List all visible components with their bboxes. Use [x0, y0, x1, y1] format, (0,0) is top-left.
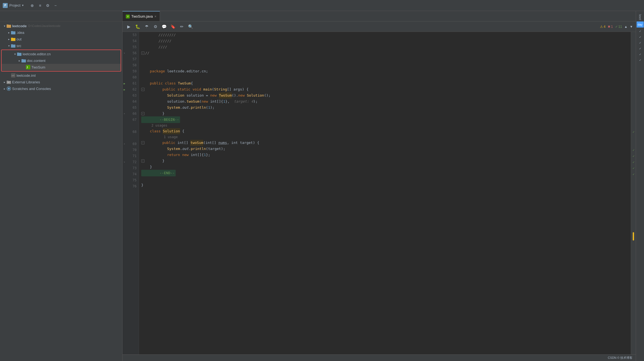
fold-indicator-62[interactable]: ▾	[141, 88, 145, 91]
code-content-61c: class	[165, 80, 178, 86]
coverage-button[interactable]: ☂	[143, 23, 150, 30]
sidebar-item-leetcode-root[interactable]: leetcode D:\Codes\Java\leetcode	[0, 23, 122, 29]
code-line-66[interactable]: ▾ }	[139, 111, 631, 117]
gutter-mark-76: ✓	[631, 171, 636, 177]
debug-button[interactable]: 🐛	[134, 23, 141, 30]
sidebar-item-twosum-file[interactable]: J TwoSum	[2, 64, 121, 70]
bookmark-button[interactable]: 🔖	[169, 23, 176, 30]
code-line-56[interactable]: ▾//	[139, 50, 631, 56]
sidebar-item-src[interactable]: src	[0, 42, 122, 49]
toolbar-sync-icon[interactable]: ⊕	[29, 2, 35, 9]
svg-rect-17	[7, 81, 9, 81]
right-panel-check-3: ✓	[639, 41, 641, 44]
fold-indicator-56[interactable]: ▾	[141, 51, 145, 55]
sidebar-item-scratches-and-consoles[interactable]: Scratches and Consoles	[0, 85, 122, 92]
line-num-55: 55	[123, 44, 139, 50]
code-line-57[interactable]	[139, 56, 631, 62]
toolbar-settings-icon[interactable]: ⚙	[45, 2, 51, 9]
toolbar-align-icon[interactable]: ≡	[37, 2, 43, 9]
code-line-70[interactable]: System.out.println(target);	[139, 146, 631, 152]
sidebar-item-external-libraries[interactable]: External Libraries	[0, 79, 122, 85]
tab-close-button[interactable]: ×	[154, 15, 156, 18]
fold-indicator-69[interactable]: ▾	[141, 141, 145, 144]
gutter-mark-72: ✓	[631, 147, 636, 153]
error-count-badge: ✖ 1	[608, 25, 613, 29]
code-line-71[interactable]: return new int[]{1};	[139, 152, 631, 158]
code-line-68[interactable]: class Solution {	[139, 128, 631, 134]
sidebar-item-leetcode-editor-cn[interactable]: leetcode.editor.cn	[2, 51, 121, 57]
code-content-61d: TwoSum	[178, 80, 191, 86]
code-content-70g: (target);	[206, 146, 225, 152]
title-bar-title[interactable]: Project	[9, 3, 20, 7]
code-content-65a	[141, 105, 167, 111]
code-content-71c: new	[182, 152, 191, 158]
scroll-up-button[interactable]: ▲	[624, 25, 627, 29]
build-button[interactable]: ⚙	[152, 23, 159, 30]
label-external-libraries: External Libraries	[12, 80, 40, 84]
code-line-53[interactable]: ////////	[139, 32, 631, 38]
code-container[interactable]: 53 54 55 56▾ 57 58 59 60 ▶61 ▶62 63 64 6…	[123, 32, 636, 354]
code-line-usage2[interactable]: 1 usage	[139, 134, 631, 140]
tree-arrow-src	[7, 43, 11, 48]
editor-toolbar: ▶ 🐛 ☂ ⚙ 💬 🔖 ✏ 🔍 ⚠ 4 ✖ 1 ✓ 11	[123, 21, 636, 32]
code-line-54[interactable]: //////	[139, 38, 631, 44]
line-num-60: 60	[123, 74, 139, 80]
code-content-62d: void	[192, 86, 203, 92]
code-line-64[interactable]: solution.twoSum(new int[]{1}, target: 4)…	[139, 99, 631, 105]
code-line-59[interactable]: package leetcode.editor.cn;	[139, 68, 631, 74]
sidebar-item-leetcode-iml[interactable]: iml leetcode.iml	[0, 72, 122, 79]
code-line-55[interactable]: ////	[139, 44, 631, 50]
code-content-65g: (	[206, 105, 208, 111]
sidebar-item-doc-content[interactable]: doc.content	[2, 57, 121, 64]
code-line-76[interactable]: }	[139, 182, 631, 188]
code-lines[interactable]: //////// ////// //// ▾// package leetcod…	[139, 32, 631, 354]
code-line-60[interactable]	[139, 74, 631, 80]
label-twosum: TwoSum	[31, 65, 45, 69]
comment-button[interactable]: 💬	[161, 23, 168, 30]
sidebar-content[interactable]: leetcode D:\Codes\Java\leetcode .idea ou…	[0, 21, 122, 361]
code-line-65[interactable]: System.out.println(1);	[139, 105, 631, 111]
code-line-67[interactable]: --BEGIN--	[139, 117, 631, 123]
code-line-usage1[interactable]: 2 usages	[139, 123, 631, 128]
code-content-66a: }	[145, 111, 164, 117]
code-content-63b: Solution	[167, 92, 186, 99]
toolbar-minus-icon[interactable]: −	[52, 2, 58, 9]
code-line-61[interactable]: public class TwoSum{	[139, 80, 631, 86]
tab-twosum-java[interactable]: J TwoSum.java ×	[123, 11, 160, 21]
line-num-62: ▶62	[123, 86, 139, 92]
code-line-69[interactable]: ▾ public int[] twoSum(int[] nums, int ta…	[139, 140, 631, 146]
label-leetcode: leetcode	[12, 24, 27, 28]
scroll-down-button[interactable]: ▼	[630, 25, 633, 29]
code-line-75[interactable]	[139, 176, 631, 182]
sidebar-toolbar	[0, 11, 122, 21]
code-line-58[interactable]	[139, 62, 631, 68]
code-line-62[interactable]: ▾ public static void main(String[] args)…	[139, 86, 631, 92]
edit-button[interactable]: ✏	[178, 23, 185, 30]
code-content-65d: out	[182, 105, 189, 111]
fold-indicator-72[interactable]: ▾	[141, 159, 145, 163]
code-line-73[interactable]: }	[139, 164, 631, 170]
code-line-72[interactable]: ▾ }	[139, 158, 631, 164]
main-container: leetcode D:\Codes\Java\leetcode .idea ou…	[0, 11, 644, 361]
fold-indicator-66[interactable]: ▾	[141, 112, 145, 115]
run-button[interactable]: ▶	[125, 23, 132, 30]
code-content-65i: );	[210, 105, 214, 111]
label-scratches-and-consoles: Scratches and Consoles	[12, 87, 51, 91]
gutter-mark-55	[631, 44, 636, 50]
find-button[interactable]: 🔍	[187, 23, 194, 30]
gutter-mark-53	[631, 32, 636, 38]
gutter-mark-59	[631, 68, 636, 74]
gutter-mark-54	[631, 38, 636, 44]
sidebar-item-idea[interactable]: .idea	[0, 29, 122, 36]
code-content-76: }	[141, 182, 143, 188]
code-content-71d: int[]{	[191, 152, 204, 158]
title-bar-dropdown-icon[interactable]: ▾	[22, 4, 24, 7]
project-icon: P	[3, 3, 8, 8]
sidebar-item-out[interactable]: out	[0, 36, 122, 42]
code-line-74[interactable]: --END--	[139, 170, 631, 176]
line-num-74: 74	[123, 171, 139, 177]
code-content-65b: System	[167, 105, 180, 111]
code-content-74: --END--	[141, 170, 176, 176]
right-panel-active-bar[interactable]: day	[637, 21, 644, 28]
code-line-63[interactable]: Solution solution = new TwoSum().new Sol…	[139, 92, 631, 99]
